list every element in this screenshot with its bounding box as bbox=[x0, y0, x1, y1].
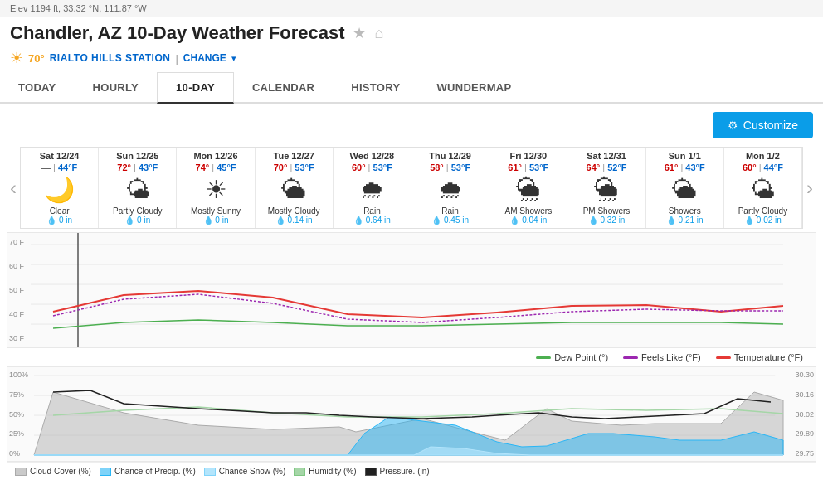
next-arrow[interactable]: › bbox=[803, 147, 816, 229]
condition: Partly Cloudy bbox=[725, 206, 801, 216]
chevron-down-icon[interactable]: ▾ bbox=[231, 53, 236, 64]
day-col-7: Sat 12/31 64° | 52°F 🌦 PM Showers 💧 0.32… bbox=[567, 148, 645, 228]
precip-amount: 💧 0.02 in bbox=[725, 216, 801, 225]
precip-amount: 💧 0 in bbox=[22, 216, 97, 225]
customize-row: ⚙ Customize bbox=[0, 104, 823, 147]
dew-point-color bbox=[536, 356, 551, 359]
condition: Mostly Sunny bbox=[178, 206, 253, 216]
weather-icon: 🌦 bbox=[568, 176, 644, 203]
change-station-link[interactable]: CHANGE bbox=[183, 52, 226, 64]
weather-icon: 🌧 bbox=[412, 176, 488, 203]
precip-chart-svg bbox=[7, 367, 816, 461]
temperature-display: 70° bbox=[28, 52, 45, 65]
day-col-4: Wed 12/28 60° | 53°F 🌧 Rain 💧 0.64 in bbox=[334, 148, 412, 228]
day-header: Sat 12/31 bbox=[568, 151, 644, 161]
temp-range: — | 44°F bbox=[22, 162, 97, 172]
page-title: Chandler, AZ 10-Day Weather Forecast bbox=[10, 22, 344, 44]
gear-icon: ⚙ bbox=[728, 119, 738, 132]
day-col-2: Mon 12/26 74° | 45°F ☀ Mostly Sunny 💧 0 … bbox=[177, 148, 255, 228]
legend-feels-like: Feels Like (°F) bbox=[623, 352, 701, 362]
day-col-0: Sat 12/24 — | 44°F 🌙 Clear 💧 0 in bbox=[21, 148, 99, 228]
legend-chance-snow: Chance Snow (%) bbox=[204, 467, 286, 476]
temp-range: 61° | 43°F bbox=[647, 162, 723, 172]
weather-icon: 🌥 bbox=[256, 176, 332, 203]
condition: Clear bbox=[22, 206, 97, 216]
precip-amount: 💧 0.04 in bbox=[490, 216, 566, 225]
precip-amount: 💧 0 in bbox=[178, 216, 253, 225]
legend-humidity: Humidity (%) bbox=[294, 467, 356, 476]
tab-hourly[interactable]: HOURLY bbox=[75, 72, 158, 104]
sun-icon: ☀ bbox=[10, 49, 23, 67]
weather-icon: 🌤 bbox=[100, 176, 175, 203]
star-icon[interactable]: ★ bbox=[353, 24, 366, 42]
top-bar: Elev 1194 ft, 33.32 °N, 111.87 °W bbox=[0, 0, 823, 17]
condition: Mostly Cloudy bbox=[256, 206, 332, 216]
condition: Rain bbox=[412, 206, 488, 216]
prev-arrow[interactable]: ‹ bbox=[7, 147, 20, 229]
precip-chart-section: 100% 75% 50% 25% 0% 30.30 30.16 30.02 29… bbox=[7, 366, 816, 480]
tab-10day[interactable]: 10-DAY bbox=[157, 72, 234, 104]
temp-range: 72° | 43°F bbox=[100, 162, 175, 172]
forecast-days-container: Sat 12/24 — | 44°F 🌙 Clear 💧 0 in Sun 12… bbox=[20, 147, 803, 229]
station-name: RIALTO HILLS STATION bbox=[50, 52, 171, 64]
temp-range: 60° | 53°F bbox=[334, 162, 410, 172]
day-col-1: Sun 12/25 72° | 43°F 🌤 Partly Cloudy 💧 0… bbox=[99, 148, 177, 228]
temp-range: 60° | 44°F bbox=[725, 162, 801, 172]
precip-amount: 💧 0.21 in bbox=[647, 216, 723, 225]
condition: Showers bbox=[647, 206, 723, 216]
legend-chance-precip: Chance of Precip. (%) bbox=[100, 467, 196, 476]
day-header: Sun 12/25 bbox=[100, 151, 175, 161]
weather-icon: 🌥 bbox=[647, 176, 723, 203]
legend-cloud-cover: Cloud Cover (%) bbox=[15, 467, 91, 476]
condition: AM Showers bbox=[490, 206, 566, 216]
day-col-3: Tue 12/27 70° | 53°F 🌥 Mostly Cloudy 💧 0… bbox=[256, 148, 334, 228]
weather-icon: 🌙 bbox=[22, 176, 97, 203]
nav-tabs: TODAY HOURLY 10-DAY CALENDAR HISTORY WUN… bbox=[0, 72, 823, 104]
feels-like-color bbox=[623, 356, 638, 359]
chart2-legend: Cloud Cover (%) Chance of Precip. (%) Ch… bbox=[7, 462, 816, 480]
weather-icon: 🌦 bbox=[490, 176, 566, 203]
temp-chart-svg bbox=[7, 233, 816, 347]
weather-icon: 🌧 bbox=[334, 176, 410, 203]
day-header: Mon 12/26 bbox=[178, 151, 253, 161]
day-header: Tue 12/27 bbox=[256, 151, 332, 161]
temp-range: 74° | 45°F bbox=[178, 162, 253, 172]
weather-icon: ☀ bbox=[178, 176, 253, 203]
chart1-legend: Dew Point (°) Feels Like (°F) Temperatur… bbox=[7, 348, 816, 366]
day-header: Sat 12/24 bbox=[22, 151, 97, 161]
tab-calendar[interactable]: CALENDAR bbox=[234, 72, 333, 104]
day-col-5: Thu 12/29 58° | 53°F 🌧 Rain 💧 0.45 in bbox=[412, 148, 489, 228]
condition: Rain bbox=[334, 206, 410, 216]
condition: PM Showers bbox=[568, 206, 644, 216]
temp-chart-section: 70 F 60 F 50 F 40 F 30 F Dew Po bbox=[7, 232, 816, 366]
temp-range: 61° | 53°F bbox=[490, 162, 566, 172]
station-bar: ☀ 70° RIALTO HILLS STATION | CHANGE ▾ bbox=[0, 47, 823, 72]
weather-icon: 🌤 bbox=[725, 176, 801, 203]
tab-today[interactable]: TODAY bbox=[0, 72, 75, 104]
forecast-section: ‹ Sat 12/24 — | 44°F 🌙 Clear 💧 0 in Sun … bbox=[7, 147, 816, 229]
day-header: Sun 1/1 bbox=[647, 151, 723, 161]
title-bar: Chandler, AZ 10-Day Weather Forecast ★ ⌂ bbox=[0, 17, 823, 47]
day-header: Thu 12/29 bbox=[412, 151, 488, 161]
temp-range: 58° | 53°F bbox=[412, 162, 488, 172]
temp-range: 64° | 52°F bbox=[568, 162, 644, 172]
legend-dew-point: Dew Point (°) bbox=[536, 352, 608, 362]
precip-amount: 💧 0.45 in bbox=[412, 216, 488, 225]
tab-wundermap[interactable]: WUNDERMAP bbox=[418, 72, 529, 104]
precip-amount: 💧 0.64 in bbox=[334, 216, 410, 225]
precip-amount: 💧 0.32 in bbox=[568, 216, 644, 225]
temperature-color bbox=[716, 356, 731, 359]
day-col-9: Mon 1/2 60° | 44°F 🌤 Partly Cloudy 💧 0.0… bbox=[724, 148, 802, 228]
precip-amount: 💧 0 in bbox=[100, 216, 175, 225]
customize-button[interactable]: ⚙ Customize bbox=[713, 112, 813, 138]
temp-range: 70° | 53°F bbox=[256, 162, 332, 172]
legend-pressure: Pressure. (in) bbox=[365, 467, 430, 476]
day-col-8: Sun 1/1 61° | 43°F 🌥 Showers 💧 0.21 in bbox=[646, 148, 724, 228]
condition: Partly Cloudy bbox=[100, 206, 175, 216]
tab-history[interactable]: HISTORY bbox=[333, 72, 418, 104]
day-col-6: Fri 12/30 61° | 53°F 🌦 AM Showers 💧 0.04… bbox=[489, 148, 567, 228]
legend-temperature: Temperature (°F) bbox=[716, 352, 803, 362]
day-header: Fri 12/30 bbox=[490, 151, 566, 161]
precip-amount: 💧 0.14 in bbox=[256, 216, 332, 225]
home-icon[interactable]: ⌂ bbox=[374, 25, 383, 42]
